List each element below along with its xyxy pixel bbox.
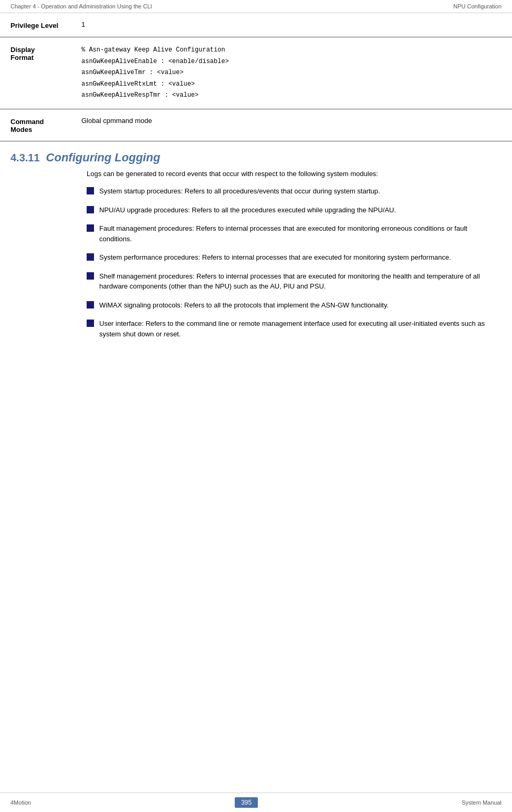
bullet-list: System startup procedures: Refers to all… <box>0 186 512 339</box>
display-format-value: % Asn-gateway Keep Alive Configuration a… <box>76 45 512 101</box>
display-format-line-5: asnGwKeepAliveRespTmr : <value> <box>81 90 501 101</box>
footer-left: 4Motion <box>11 799 31 806</box>
header-section: NPU Configuration <box>453 3 501 9</box>
display-format-row: Display Format % Asn-gateway Keep Alive … <box>0 37 512 109</box>
bullet-icon <box>87 206 94 213</box>
bullet-item: User interface: Refers to the command li… <box>87 318 501 339</box>
display-format-line-1: % Asn-gateway Keep Alive Configuration <box>81 45 501 56</box>
display-format-line-4: asnGwKeepAliveRtxLmt : <value> <box>81 79 501 90</box>
bullet-icon <box>87 301 94 309</box>
bullet-item: System performance procedures: Refers to… <box>87 252 501 263</box>
bullet-item: NPU/AU upgrade procedures: Refers to all… <box>87 205 501 215</box>
command-modes-label: Command Modes <box>0 117 76 133</box>
command-modes-value: Global cpmmand mode <box>76 117 512 133</box>
privilege-level-row: Privilege Level 1 <box>0 13 512 37</box>
bullet-icon <box>87 187 94 194</box>
section-title: Configuring Logging <box>46 151 161 165</box>
privilege-level-value: 1 <box>76 20 512 29</box>
bullet-icon <box>87 272 94 280</box>
bullet-icon <box>87 253 94 261</box>
command-modes-row: Command Modes Global cpmmand mode <box>0 109 512 141</box>
bullet-text: WiMAX signaling protocols: Refers to all… <box>99 300 501 311</box>
footer-right: System Manual <box>462 799 501 806</box>
bullet-text: System performance procedures: Refers to… <box>99 252 501 263</box>
section-number: 4.3.11 <box>11 152 40 164</box>
intro-paragraph: Logs can be generated to record events t… <box>87 169 501 179</box>
page-header: Chapter 4 - Operation and Administration… <box>0 0 512 13</box>
bullet-text: Shelf management procedures: Refers to i… <box>99 271 501 292</box>
section-heading: 4.3.11 Configuring Logging <box>0 141 512 169</box>
display-format-line-2: asnGwKeepAliveEnable : <enable/disable> <box>81 56 501 68</box>
bullet-icon <box>87 320 94 327</box>
header-chapter: Chapter 4 - Operation and Administration… <box>11 3 152 9</box>
bullet-text: Fault management procedures: Refers to i… <box>99 223 501 244</box>
bullet-icon <box>87 224 94 232</box>
display-format-label: Display Format <box>0 45 76 101</box>
bullet-text: System startup procedures: Refers to all… <box>99 186 501 197</box>
intro-section: Logs can be generated to record events t… <box>0 169 512 179</box>
bullet-text: User interface: Refers to the command li… <box>99 318 501 339</box>
display-format-line-3: asnGwKeepAliveTmr : <value> <box>81 67 501 79</box>
bullet-text: NPU/AU upgrade procedures: Refers to all… <box>99 205 501 215</box>
bullet-item: Fault management procedures: Refers to i… <box>87 223 501 244</box>
bullet-item: Shelf management procedures: Refers to i… <box>87 271 501 292</box>
page-footer: 4Motion 395 System Manual <box>0 793 512 812</box>
bullet-item: WiMAX signaling protocols: Refers to all… <box>87 300 501 311</box>
footer-page-number: 395 <box>235 797 258 808</box>
privilege-level-label: Privilege Level <box>0 20 76 29</box>
bullet-item: System startup procedures: Refers to all… <box>87 186 501 197</box>
